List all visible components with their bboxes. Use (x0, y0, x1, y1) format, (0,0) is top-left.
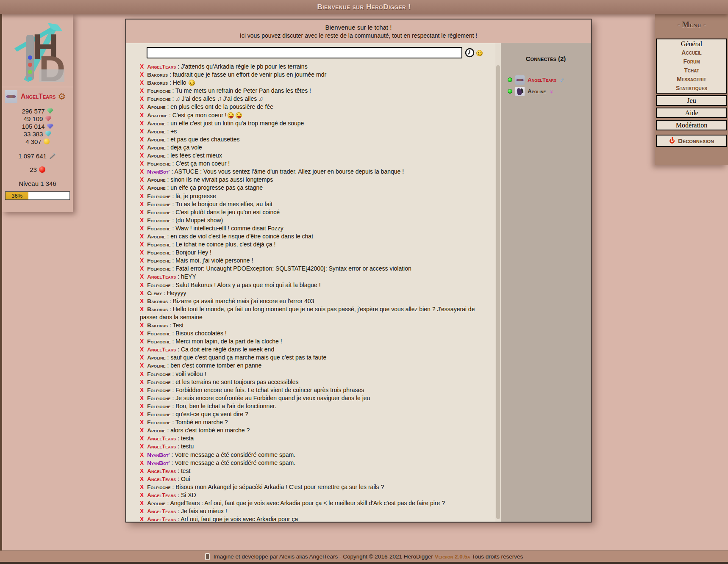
chat-scrollbar-thumb[interactable] (496, 65, 500, 519)
delete-message-button[interactable]: X (140, 338, 144, 345)
delete-message-button[interactable]: X (140, 322, 144, 329)
menu-item-forum[interactable]: Forum (657, 57, 726, 66)
delete-message-button[interactable]: X (140, 362, 144, 369)
delete-message-button[interactable]: X (140, 95, 144, 102)
delete-message-button[interactable]: X (140, 467, 144, 474)
delete-message-button[interactable]: X (140, 379, 144, 385)
delete-message-button[interactable]: X (140, 209, 144, 216)
delete-message-button[interactable]: X (140, 492, 144, 498)
delete-message-button[interactable]: X (140, 63, 144, 70)
menu-section-header: Général (657, 39, 726, 48)
stat-row: 105 014 (2, 122, 73, 130)
delete-message-button[interactable]: X (140, 451, 144, 458)
message-author: Folpioche (147, 379, 170, 385)
avatar (515, 87, 525, 96)
menu-section: Général AccueilForumTchatMessagerieStati… (656, 39, 727, 94)
delete-message-button[interactable]: X (140, 265, 144, 272)
delete-message-button[interactable]: X (140, 346, 144, 353)
delete-message-button[interactable]: X (140, 435, 144, 442)
delete-message-button[interactable]: X (140, 225, 144, 232)
delete-message-button[interactable]: X (140, 103, 144, 110)
delete-message-button[interactable]: X (140, 193, 144, 199)
chat-input[interactable] (147, 47, 462, 58)
chat-message: X Folpioche : Merci mon lapin, de la par… (140, 337, 492, 346)
delete-message-button[interactable]: X (140, 87, 144, 94)
delete-message-button[interactable]: X (140, 249, 144, 256)
delete-message-button[interactable]: X (140, 144, 144, 151)
chat-message: X Clemy : Heyyyy (140, 289, 492, 297)
delete-message-button[interactable]: X (140, 168, 144, 175)
message-author: AngelTears (147, 64, 176, 70)
delete-message-button[interactable]: X (140, 257, 144, 264)
delete-message-button[interactable]: X (140, 152, 144, 159)
delete-message-button[interactable]: X (140, 508, 144, 514)
delete-message-button[interactable]: X (140, 160, 144, 167)
chat-message: X AngelTears : Ca doit etre réglé dans l… (140, 346, 492, 354)
stat-value: 49 109 (24, 115, 43, 122)
menu-section-header[interactable]: Aide (657, 108, 726, 117)
delete-message-button[interactable]: X (140, 184, 144, 191)
delete-message-button[interactable]: X (140, 176, 144, 183)
message-author: Apoline (147, 233, 165, 240)
delete-message-button[interactable]: X (140, 354, 144, 361)
message-text: en cas de viol c'est le risque d'être co… (170, 233, 313, 240)
message-text: Heyyyy (167, 290, 186, 296)
menu-item-tchat[interactable]: Tchat (657, 66, 726, 75)
message-text: testa (181, 435, 194, 442)
delete-message-button[interactable]: X (140, 370, 144, 377)
logout-button[interactable]: Déconnexion (656, 135, 727, 147)
chat-message: X NyanBot' : Votre message a été considé… (140, 451, 492, 459)
delete-message-button[interactable]: X (140, 79, 144, 86)
menu-section-header[interactable]: Jeu (657, 96, 726, 105)
chat-message: X Folpioche : là, je progresse (140, 192, 492, 200)
delete-message-button[interactable]: X (140, 201, 144, 207)
chat-welcome-title: Bienvenue sur le tchat ! (325, 24, 392, 31)
delete-message-button[interactable]: X (140, 241, 144, 248)
delete-message-button[interactable]: X (140, 298, 144, 304)
delete-message-button[interactable]: X (140, 282, 144, 288)
emoji-picker-icon[interactable] (476, 49, 483, 56)
delete-message-button[interactable]: X (140, 484, 144, 490)
delete-message-button[interactable]: X (140, 233, 144, 240)
delete-message-button[interactable]: X (140, 128, 144, 135)
message-author: Folpioche (147, 338, 170, 345)
clock-icon[interactable] (465, 48, 475, 58)
delete-message-button[interactable]: X (140, 306, 144, 312)
delete-message-button[interactable]: X (140, 120, 144, 127)
message-author: Bakorus (147, 72, 168, 78)
delete-message-button[interactable]: X (140, 516, 144, 522)
delete-message-button[interactable]: X (140, 476, 144, 482)
chat-message: X Folpioche : voili voilou ! (140, 370, 492, 378)
delete-message-button[interactable]: X (140, 387, 144, 393)
delete-message-button[interactable]: X (140, 217, 144, 224)
menu-item-messagerie[interactable]: Messagerie (657, 75, 726, 84)
gear-icon[interactable]: ⚙ (58, 92, 66, 101)
menu-item-accueil[interactable]: Accueil (657, 48, 726, 57)
delete-message-button[interactable]: X (140, 112, 144, 119)
message-text: sinon ils ne vivrait pas aussi longtemps (170, 176, 273, 183)
delete-message-button[interactable]: X (140, 500, 144, 506)
level-progress-label: 36% (11, 193, 22, 199)
delete-message-button[interactable]: X (140, 290, 144, 296)
message-author: Folpioche (147, 225, 170, 232)
message-text: Test (172, 322, 183, 329)
delete-message-button[interactable]: X (140, 459, 144, 466)
delete-message-button[interactable]: X (140, 395, 144, 401)
level-label: Niveau 1 346 (2, 180, 73, 187)
message-author: Folpioche (147, 160, 170, 167)
message-text: deja ça vole (170, 144, 202, 151)
chat-message: X NyanBot' : Votre message a été considé… (140, 459, 492, 467)
delete-message-button[interactable]: X (140, 443, 144, 450)
delete-message-button[interactable]: X (140, 419, 144, 426)
menu-item-statistiques[interactable]: Statistiques (657, 84, 726, 93)
delete-message-button[interactable]: X (140, 136, 144, 143)
delete-message-button[interactable]: X (140, 427, 144, 434)
delete-message-button[interactable]: X (140, 411, 144, 417)
menu-section-header[interactable]: Modération (657, 121, 726, 130)
message-author: NyanBot' (147, 169, 169, 175)
delete-message-button[interactable]: X (140, 71, 144, 78)
message-text: test (181, 467, 191, 474)
delete-message-button[interactable]: X (140, 330, 144, 337)
delete-message-button[interactable]: X (140, 273, 144, 280)
delete-message-button[interactable]: X (140, 403, 144, 409)
